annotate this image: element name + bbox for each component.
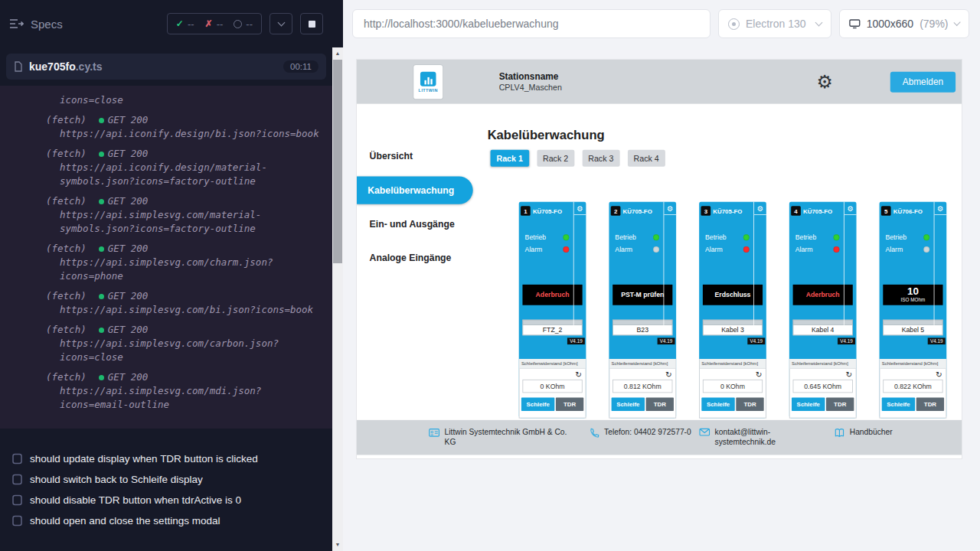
alarm-row: Alarm bbox=[795, 246, 840, 253]
measurement-label: Schleifenwiderstand [kOhm] bbox=[609, 359, 675, 369]
alarm-led bbox=[923, 246, 929, 253]
betrieb-row: Betrieb bbox=[795, 234, 840, 241]
alarm-label: Alarm bbox=[525, 246, 543, 253]
rack-tab[interactable]: Rack 3 bbox=[582, 150, 619, 167]
test-item[interactable]: should update display when TDR button is… bbox=[0, 448, 332, 469]
log-entry[interactable]: (fetch)GET 200 https://api.simplesvg.com… bbox=[0, 323, 323, 364]
tdr-button[interactable]: TDR bbox=[556, 398, 583, 411]
device-card: ⚙ 2 KÜ705-FO Betrieb bbox=[609, 202, 676, 419]
spec-file-row[interactable]: kue705fo.cy.ts 00:11 bbox=[6, 54, 326, 80]
log-entry[interactable]: (fetch)GET 200 https://api.simplesvg.com… bbox=[0, 194, 323, 236]
runner-scrollbar[interactable]: ▲ ▼ bbox=[332, 47, 343, 551]
tdr-button[interactable]: TDR bbox=[826, 398, 854, 411]
logout-button[interactable]: Abmelden bbox=[890, 71, 956, 92]
refresh-icon[interactable]: ↻ bbox=[845, 370, 852, 379]
tdr-button[interactable]: TDR bbox=[916, 398, 944, 411]
request-url: https://api.simplesvg.com/carbon.json?ic… bbox=[60, 337, 323, 364]
success-dot bbox=[99, 294, 104, 299]
betrieb-label: Betrieb bbox=[615, 234, 636, 241]
alarm-row: Alarm bbox=[525, 246, 570, 253]
refresh-icon[interactable]: ↻ bbox=[936, 370, 942, 379]
nav-item[interactable]: Übersicht bbox=[357, 139, 473, 173]
card-top: ⚙ 3 KÜ705-FO Betrieb bbox=[699, 202, 766, 359]
viewport-zoom: (79%) bbox=[920, 18, 948, 30]
footer-phone[interactable]: Telefon: 04402 972577-0 bbox=[589, 427, 691, 438]
log-entry[interactable]: (fetch)GET 200 https://api.iconify.desig… bbox=[0, 113, 323, 141]
alarm-label: Alarm bbox=[885, 246, 903, 253]
card-rail: ⚙ bbox=[844, 202, 857, 328]
refresh-icon[interactable]: ↻ bbox=[575, 370, 582, 379]
tdr-button[interactable]: TDR bbox=[736, 398, 763, 411]
log-entry[interactable]: (fetch)GET 200 https://api.simplesvg.com… bbox=[0, 289, 323, 317]
rack-tab[interactable]: Rack 1 bbox=[491, 150, 529, 167]
schleife-button[interactable]: Schleife bbox=[882, 398, 916, 411]
card-rail: ⚙ bbox=[934, 202, 947, 328]
card-gear-icon[interactable]: ⚙ bbox=[574, 202, 586, 215]
footer-email[interactable]: kontakt@littwin-systemtechnik.de bbox=[699, 427, 782, 448]
footer-company-text: Littwin Systemtechnik GmbH & Co. KG bbox=[445, 427, 568, 448]
device-cards: ⚙ 1 KÜ705-FO Betrieb bbox=[519, 202, 962, 419]
log-overflow-line[interactable]: icons=close bbox=[0, 93, 323, 107]
log-entry[interactable]: (fetch)GET 200 https://api.iconify.desig… bbox=[0, 147, 323, 188]
schleife-button[interactable]: Schleife bbox=[701, 398, 735, 411]
collapse-reporter-button[interactable] bbox=[270, 13, 292, 34]
browser-name: Electron 130 bbox=[746, 18, 806, 30]
log-entry[interactable]: (fetch)GET 200 https://api.simplesvg.com… bbox=[0, 242, 323, 283]
rack-tab[interactable]: Rack 4 bbox=[628, 150, 665, 167]
schleife-button[interactable]: Schleife bbox=[521, 398, 555, 411]
rack-tab-label: Rack 2 bbox=[543, 154, 568, 163]
http-status: GET 200 bbox=[108, 148, 149, 159]
refresh-row: ↻ bbox=[520, 369, 586, 380]
measurement-value: 0.812 KOhm bbox=[612, 380, 672, 393]
version-row: V4.19 bbox=[699, 335, 766, 344]
url-bar[interactable]: http://localhost:3000/kabelueberwachung bbox=[352, 9, 710, 38]
nav-item[interactable]: Ein- und Ausgänge bbox=[357, 207, 473, 241]
version-row: V4.19 bbox=[880, 335, 947, 344]
chevron-down-icon bbox=[815, 19, 823, 27]
card-gear-icon[interactable]: ⚙ bbox=[664, 202, 676, 215]
test-item[interactable]: should switch back to Schleife display bbox=[0, 469, 332, 490]
browser-topbar: http://localhost:3000/kabelueberwachung … bbox=[343, 0, 980, 47]
log-entry-head: (fetch)GET 200 bbox=[46, 290, 148, 302]
nav-item[interactable]: Analoge Eingänge bbox=[357, 241, 473, 275]
tdr-button[interactable]: TDR bbox=[646, 398, 674, 411]
refresh-icon[interactable]: ↻ bbox=[756, 370, 763, 379]
test-item[interactable]: should open and close the settings modal bbox=[0, 510, 332, 531]
card-gear-icon[interactable]: ⚙ bbox=[754, 202, 766, 215]
sidebar-nav: Übersicht Kabelüberwachung Ein- und Ausg… bbox=[357, 104, 473, 420]
nav-item[interactable]: Kabelüberwachung bbox=[357, 176, 473, 204]
card-gear-icon[interactable]: ⚙ bbox=[934, 202, 946, 215]
fetch-label: (fetch) bbox=[46, 114, 87, 126]
viewport-select[interactable]: 1000x660 (79%) bbox=[839, 9, 969, 38]
specs-menu-button[interactable]: Specs bbox=[9, 18, 63, 31]
stop-run-button[interactable] bbox=[300, 13, 323, 34]
card-gear-icon[interactable]: ⚙ bbox=[844, 202, 857, 215]
log-entry[interactable]: (fetch)GET 200 https://api.simplesvg.com… bbox=[0, 370, 323, 412]
chevron-down-icon bbox=[277, 19, 285, 27]
alarm-led bbox=[834, 246, 840, 253]
http-status: GET 200 bbox=[108, 371, 149, 383]
log-entry-head: (fetch)GET 200 bbox=[46, 195, 148, 207]
browser-select[interactable]: Electron 130 bbox=[718, 9, 831, 38]
scroll-up-icon[interactable]: ▲ bbox=[332, 49, 343, 58]
scroll-thumb[interactable] bbox=[333, 60, 342, 263]
page-title: Kabelüberwachung bbox=[488, 128, 962, 142]
card-bottom: Schleifenwiderstand [kOhm] ↻ 0 KOhm Schl… bbox=[519, 359, 586, 418]
url-text: http://localhost:3000/kabelueberwachung bbox=[364, 18, 559, 30]
measurement-label: Schleifenwiderstand [kOhm] bbox=[880, 359, 946, 369]
specs-label: Specs bbox=[31, 18, 63, 31]
settings-gear-icon[interactable]: ⚙ bbox=[816, 73, 832, 91]
betrieb-label: Betrieb bbox=[705, 234, 727, 241]
test-item[interactable]: should disable TDR button when tdrActive… bbox=[0, 490, 332, 510]
schleife-button[interactable]: Schleife bbox=[612, 398, 645, 411]
pending-icon bbox=[234, 20, 242, 28]
card-model: KÜ705-FO bbox=[803, 207, 832, 214]
rack-tab[interactable]: Rack 2 bbox=[537, 150, 574, 167]
log-entries: (fetch)GET 200 https://api.iconify.desig… bbox=[0, 113, 323, 412]
footer-manuals[interactable]: Handbücher bbox=[834, 427, 892, 437]
scroll-down-icon[interactable]: ▼ bbox=[332, 540, 343, 549]
log-entry-head: (fetch)GET 200 bbox=[46, 243, 148, 254]
schleife-button[interactable]: Schleife bbox=[792, 398, 825, 411]
refresh-icon[interactable]: ↻ bbox=[665, 370, 672, 379]
test-title: should open and close the settings modal bbox=[30, 515, 220, 527]
